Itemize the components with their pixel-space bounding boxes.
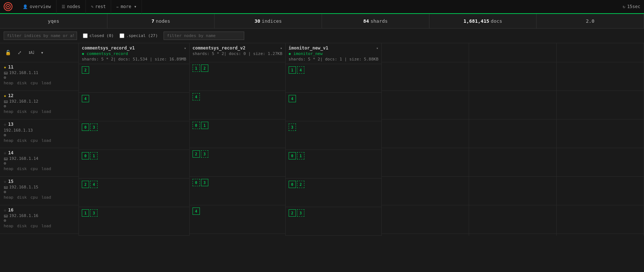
meta-disk: disk [17,166,27,171]
shard-box[interactable]: 4 [193,93,200,100]
shard-box[interactable]: 3 [289,124,296,131]
svg-point-1 [7,6,9,7]
index-cell: 01 [190,120,285,148]
caret-button[interactable]: ▾ [39,48,45,57]
meta-disk: disk [17,224,27,228]
index-col-0: commentsys_record_v1▾◆ commentsys_record… [79,43,190,236]
shard-box[interactable]: 4 [289,95,296,102]
star-icon[interactable]: ☆ [4,207,6,213]
closed-checkbox-label[interactable]: closed (0) [83,33,114,38]
index-info: shards: 5 * 2| docs: 1 | size: 5.88KB [289,57,378,62]
meta-disk: disk [17,81,27,85]
rest-icon: ✎ [91,4,94,9]
sort-button[interactable]: ↕ AZ [27,48,36,58]
nodes-count: 7 [151,18,154,24]
shard-box[interactable]: 4 [193,207,200,215]
shard-icon: ⚙ [4,75,6,80]
index-alias: ◆ commentsys_record [82,51,186,56]
cluster-name: yqes [48,18,59,24]
node-row: ☆13192.168.1.13⚙heapdiskcpuload [0,120,78,148]
node-rows-container: ★11🖴192.168.1.11⚙heapdiskcpuload★12🖴192.… [0,62,78,234]
stat-nodes: 7 nodes [107,14,215,28]
shard-box[interactable]: 2 [201,65,208,72]
shard-box[interactable]: 4 [90,181,98,188]
expand-button[interactable]: ⤢ [16,48,23,57]
shard-box[interactable]: 0 [193,179,200,186]
closed-checkbox[interactable] [83,33,88,38]
shard-box[interactable]: 0 [289,152,296,159]
meta-heap: heap [4,109,14,114]
index-cell: 03 [79,121,189,150]
stat-extra: 2.0 [537,14,644,28]
node-ip: 192.168.1.15 [9,185,38,190]
shard-box[interactable]: 3 [201,179,208,186]
shard-box[interactable]: 1 [90,152,98,159]
node-meta: heapdiskcpuload [4,138,75,143]
shard-box[interactable]: 4 [297,66,304,74]
empty-col [469,43,556,236]
index-cell: 24 [79,179,189,207]
index-cell: 4 [79,93,189,121]
shard-box[interactable]: 2 [193,150,200,158]
shard-box[interactable]: 2 [289,209,296,217]
special-checkbox[interactable] [120,33,124,38]
shard-box[interactable]: 2 [297,181,304,188]
special-checkbox-label[interactable]: .special (27) [120,33,158,38]
node-meta: heapdiskcpuload [4,224,75,228]
shard-icon: ⚙ [4,218,6,223]
index-cell: 01 [286,150,381,179]
star-icon[interactable]: ☆ [4,179,6,184]
nav-overview[interactable]: 👤 overview [18,0,56,14]
shard-box[interactable]: 0 [193,122,200,129]
shard-box[interactable]: 3 [90,124,98,131]
nav-rest[interactable]: ✎ rest [86,0,111,14]
filter-bar: closed (0) .special (27) [0,29,644,43]
star-icon[interactable]: ☆ [4,150,6,155]
shard-box[interactable]: 0 [82,124,89,131]
stats-bar: yqes 7 nodes 30 indices 84 shards 1,681,… [0,14,644,29]
index-name: commentsys_record_v1 [82,45,135,51]
shard-box[interactable]: 0 [289,181,296,188]
index-dropdown-icon[interactable]: ▾ [280,46,282,50]
index-info: shards: 5 * 2| docs: 51,534 | size: 16.8… [82,57,186,62]
shard-box[interactable]: 1 [201,122,208,129]
meta-disk: disk [17,109,27,114]
shard-box[interactable]: 3 [201,150,208,158]
index-cell: 02 [286,179,381,207]
node-name: 15 [8,179,13,184]
shard-box[interactable]: 4 [82,95,89,102]
shard-box[interactable]: 0 [82,152,89,159]
stat-indices: 30 indices [215,14,322,28]
shard-box[interactable]: 3 [297,209,304,217]
nav-nodes[interactable]: ☰ nodes [56,0,86,14]
meta-load: load [41,195,51,200]
shard-box[interactable]: 2 [82,66,89,74]
shard-box[interactable]: 1 [297,152,304,159]
meta-load: load [41,224,51,228]
shard-box[interactable]: 1 [82,209,89,217]
shard-box[interactable]: 3 [90,209,98,217]
index-dropdown-icon[interactable]: ▾ [376,46,378,50]
shard-box[interactable]: 1 [289,66,296,74]
special-label: .special (27) [126,33,158,38]
node-ip: 192.168.1.14 [9,156,38,161]
index-name: commentsys_record_v2 [193,45,246,51]
stat-cluster: yqes [0,14,107,28]
shard-box[interactable]: 2 [82,181,89,188]
star-icon[interactable]: ★ [4,93,6,98]
star-icon[interactable]: ☆ [4,122,6,127]
db-icon: 🖴 [4,99,8,104]
index-name: imonitor_new_v1 [289,45,328,51]
lock-button[interactable]: 🔓 [4,48,12,57]
empty-col [557,43,644,236]
node-row: ★11🖴192.168.1.11⚙heapdiskcpuload [0,62,78,91]
index-header-0: commentsys_record_v1▾◆ commentsys_record… [79,43,189,64]
star-icon[interactable]: ★ [4,65,6,70]
nav-more[interactable]: ✏ more ▾ [111,0,142,14]
closed-label: closed (0) [89,33,114,38]
filter-nodes-input[interactable] [164,32,244,40]
refresh-control[interactable]: ↻ 15sec [623,4,640,9]
shard-box[interactable]: 1 [193,65,200,72]
filter-indices-input[interactable] [4,32,77,40]
index-dropdown-icon[interactable]: ▾ [184,46,186,50]
